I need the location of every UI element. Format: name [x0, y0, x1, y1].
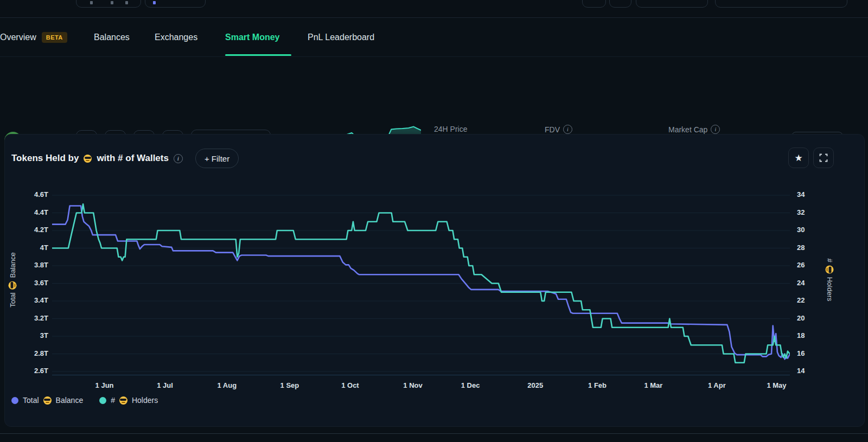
favorite-button[interactable]: [788, 148, 809, 168]
y-tick-left: 3.6T: [18, 279, 48, 287]
expand-icon: [819, 153, 828, 162]
chart-canvas: [52, 185, 790, 376]
info-icon[interactable]: [174, 154, 183, 163]
y-tick-left: 3T: [18, 331, 48, 339]
y-tick-right: 24: [797, 279, 819, 287]
right-axis-title-post: Holders: [826, 277, 834, 302]
page: Overview BETA Balances Exchanges Smart M…: [0, 0, 868, 442]
topbar: [0, 0, 868, 18]
tab-smart-money[interactable]: Smart Money: [225, 18, 279, 56]
topbar-icon-dot: [90, 1, 93, 4]
y-tick-right: 18: [797, 331, 819, 339]
x-tick: 1 Feb: [576, 381, 619, 389]
legend-label: #: [111, 396, 115, 405]
fullscreen-button[interactable]: [813, 148, 834, 168]
right-axis-title: # Holders: [826, 258, 834, 301]
legend-dot-icon: [99, 397, 106, 404]
topbar-icon-dot-purple: [153, 1, 156, 4]
legend-label: Holders: [132, 396, 158, 405]
topbar-button-3[interactable]: [582, 0, 606, 8]
panel-title-post: with # of Wallets: [97, 153, 169, 164]
y-tick-left: 4.2T: [18, 226, 48, 234]
active-tab-underline: [225, 54, 291, 56]
info-icon[interactable]: [711, 125, 720, 134]
y-tick-left: 4T: [18, 244, 48, 252]
tab-label: Exchanges: [155, 33, 197, 42]
y-tick-left: 4.4T: [18, 208, 48, 216]
panel-title-pre: Tokens Held by: [11, 153, 79, 164]
legend-item[interactable]: #Holders: [99, 396, 158, 405]
y-tick-right: 34: [797, 190, 819, 198]
y-tick-right: 16: [797, 349, 819, 357]
tab-label: Overview: [0, 33, 36, 42]
left-axis-title: Total Balance: [9, 252, 17, 307]
y-tick-right: 32: [797, 208, 819, 216]
legend-label: Total: [23, 396, 39, 405]
right-axis-title-pre: #: [826, 258, 834, 262]
legend-item[interactable]: TotalBalance: [11, 396, 83, 405]
smart-money-emoji-icon: [9, 281, 17, 289]
x-tick: 1 Dec: [449, 381, 492, 389]
y-tick-left: 3.4T: [18, 296, 48, 304]
market-cap-label: Market Cap: [668, 125, 707, 134]
x-tick: 1 Sep: [268, 381, 311, 389]
plot-area[interactable]: 1 Jun1 Jul1 Aug1 Sep1 Oct1 Nov1 Dec20251…: [52, 185, 790, 376]
x-tick: 1 May: [755, 381, 799, 389]
y-tick-right: 26: [797, 261, 819, 269]
y-tick-right: 20: [797, 314, 819, 322]
y-tick-left: 3.8T: [18, 261, 48, 269]
y-tick-right: 30: [797, 226, 819, 234]
y-tick-right: 14: [797, 367, 819, 375]
fdv-label: FDV: [545, 125, 560, 134]
topbar-icon-dot: [111, 1, 113, 4]
topbar-button-6[interactable]: [715, 0, 847, 8]
x-tick: 2025: [514, 381, 557, 389]
y-tick-left: 2.6T: [18, 367, 48, 375]
tabs-row: Overview BETA Balances Exchanges Smart M…: [0, 18, 868, 57]
x-tick: 1 Jun: [83, 381, 126, 389]
chart-panel: Tokens Held by with # of Wallets + Filte…: [4, 134, 865, 427]
x-tick: 1 Apr: [695, 381, 738, 389]
y-tick-right: 22: [797, 296, 819, 304]
info-icon[interactable]: [563, 125, 572, 134]
tab-label: Smart Money: [225, 33, 279, 42]
token-header: PEPE X: [0, 56, 868, 112]
tab-label: Balances: [94, 33, 130, 42]
legend-label: Balance: [56, 396, 84, 405]
tab-balances[interactable]: Balances: [94, 18, 130, 56]
smart-money-emoji-icon: [119, 396, 127, 405]
star-icon: [794, 153, 802, 163]
beta-badge: BETA: [42, 32, 67, 43]
y-tick-right: 28: [797, 244, 819, 252]
y-tick-left: 2.8T: [18, 349, 48, 357]
x-tick: 1 Aug: [205, 381, 248, 389]
topbar-button-1[interactable]: [76, 0, 141, 8]
tab-pnl-leaderboard[interactable]: PnL Leaderboard: [308, 18, 374, 56]
tab-exchanges[interactable]: Exchanges: [155, 18, 197, 56]
smart-money-emoji-icon: [43, 396, 52, 405]
filter-label: + Filter: [205, 154, 229, 163]
x-tick: 1 Nov: [391, 381, 435, 389]
y-tick-left: 3.2T: [18, 314, 48, 322]
left-axis-title-pre: Total: [9, 292, 17, 307]
tab-overview[interactable]: Overview BETA: [0, 18, 67, 56]
topbar-button-5[interactable]: [636, 0, 708, 8]
smart-money-emoji-icon: [826, 266, 834, 274]
panel-title: Tokens Held by with # of Wallets + Filte…: [11, 149, 239, 168]
y-tick-left: 4.6T: [18, 190, 48, 198]
x-tick: 1 Mar: [631, 381, 675, 389]
x-tick: 1 Jul: [143, 381, 187, 389]
filter-button[interactable]: + Filter: [195, 149, 239, 168]
chart-legend: TotalBalance#Holders: [11, 396, 158, 405]
section-divider: [0, 433, 868, 434]
left-axis-title-post: Balance: [9, 252, 17, 278]
topbar-button-4[interactable]: [609, 0, 631, 8]
price-label: 24H Price: [434, 125, 467, 133]
legend-dot-icon: [11, 397, 18, 404]
smart-money-emoji-icon: [84, 155, 92, 163]
tab-label: PnL Leaderboard: [308, 33, 374, 42]
topbar-icon-dot: [125, 1, 128, 4]
x-tick: 1 Oct: [328, 381, 372, 389]
